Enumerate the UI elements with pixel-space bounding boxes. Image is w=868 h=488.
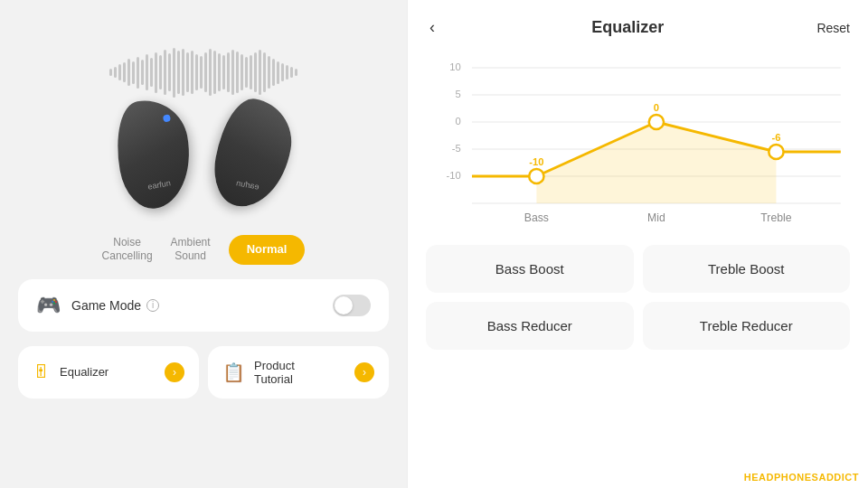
waveform-bar (259, 50, 261, 95)
waveform-bar (109, 69, 112, 76)
equalizer-arrow: › (165, 362, 184, 382)
svg-text:-10: -10 (447, 170, 461, 181)
svg-text:0: 0 (654, 102, 659, 113)
svg-text:Mid: Mid (647, 211, 665, 224)
game-mode-text: Game Mode (71, 298, 141, 313)
waveform-bar (114, 67, 117, 78)
waveform-bar (254, 52, 257, 92)
waveform-bar (290, 67, 293, 78)
watermark: HEADPHONESADDICT (744, 472, 859, 483)
bottom-cards-row: 🎚 Equalizer › 📋 Product Tutorial › (18, 346, 389, 399)
waveform-bar (168, 53, 171, 91)
waveform-bar (155, 52, 157, 93)
svg-marker-11 (536, 122, 776, 203)
tutorial-card-label: Product Tutorial (254, 359, 345, 386)
waveform-bar (177, 51, 180, 94)
svg-text:0: 0 (456, 116, 461, 127)
bass-handle (529, 169, 543, 183)
waveform-bar (127, 59, 130, 86)
waveform-bar (137, 57, 139, 89)
treble-handle (769, 145, 783, 159)
waveform-bar (245, 57, 248, 88)
reset-button[interactable]: Reset (816, 21, 850, 35)
waveform-bar (218, 53, 221, 91)
waveform-bar (213, 51, 216, 94)
treble-boost-button[interactable]: Treble Boost (643, 245, 851, 293)
game-mode-card: 🎮 Game Mode i (18, 279, 389, 332)
game-mode-toggle[interactable] (333, 295, 371, 316)
bass-boost-button[interactable]: Bass Boost (426, 245, 634, 293)
game-mode-icon: 🎮 (36, 294, 61, 317)
tutorial-card[interactable]: 📋 Product Tutorial › (208, 346, 389, 399)
waveform-bar (250, 55, 252, 89)
waveform-bar (182, 49, 184, 96)
waveform-bar (236, 52, 239, 93)
svg-text:5: 5 (456, 89, 461, 99)
equalizer-icon: 🎚 (33, 361, 51, 382)
waveform-bar (159, 55, 162, 89)
tutorial-icon: 📋 (222, 361, 245, 383)
svg-text:10: 10 (449, 61, 460, 72)
waveform-bar (241, 54, 243, 90)
eq-chart: 10 5 0 -5 -10 0 -10 -6 Bass Mid Treble (426, 50, 850, 230)
waveform-bar (295, 69, 297, 76)
waveform-bars (0, 48, 407, 98)
waveform-bar (231, 50, 234, 95)
waveform-bar (227, 52, 230, 92)
waveform-bar (209, 49, 212, 96)
svg-text:Bass: Bass (524, 211, 549, 224)
svg-text:-5: -5 (452, 143, 461, 154)
earbuds-container: earfun earfun (118, 99, 289, 208)
waveform-bar (118, 64, 121, 80)
right-panel: ‹ Equalizer Reset 10 5 0 -5 -10 (407, 0, 868, 488)
mode-controls: Noise Cancelling Ambient Sound Normal (102, 235, 306, 265)
equalizer-card-label: Equalizer (60, 365, 156, 379)
left-panel: earfun earfun Noise Cancelling Ambient S… (0, 0, 407, 488)
earbud-left-indicator (163, 114, 171, 122)
svg-text:Treble: Treble (760, 211, 791, 224)
waveform-bar (263, 52, 266, 92)
game-mode-label: Game Mode i (71, 298, 322, 313)
waveform-bar (123, 62, 126, 82)
waveform-bar (204, 52, 207, 92)
waveform-bar (272, 59, 275, 86)
svg-text:-6: -6 (771, 132, 780, 143)
waveform-bar (200, 56, 203, 89)
waveform-bar (146, 54, 148, 90)
equalizer-card[interactable]: 🎚 Equalizer › (18, 346, 199, 399)
noise-cancelling-button[interactable]: Noise Cancelling (102, 236, 153, 264)
bass-reducer-button[interactable]: Bass Reducer (426, 302, 634, 350)
earbud-left-label: earfun (147, 178, 172, 191)
toggle-knob (335, 296, 353, 314)
waveform-bar (164, 50, 166, 95)
waveform-bar (277, 61, 279, 84)
waveform-bar (186, 52, 189, 92)
svg-text:-10: -10 (529, 156, 543, 167)
waveform-bar (191, 51, 193, 94)
waveform-bar (150, 58, 153, 87)
mid-handle (649, 115, 664, 129)
eq-svg: 10 5 0 -5 -10 0 -10 -6 Bass Mid Treble (426, 50, 850, 230)
watermark-text1: HEADPHONES (744, 472, 819, 483)
watermark-text2: ADDICT (818, 472, 859, 483)
normal-button[interactable]: Normal (229, 235, 306, 265)
earbud-left: earfun (108, 94, 199, 213)
waveform-bar (141, 60, 144, 85)
waveform-bar (281, 63, 284, 81)
waveform-bar (222, 55, 225, 89)
eq-header: ‹ Equalizer Reset (426, 0, 850, 50)
waveform-bar (195, 54, 198, 90)
back-button[interactable]: ‹ (426, 14, 439, 41)
earbud-right-label: earfun (235, 178, 259, 191)
eq-title: Equalizer (591, 18, 664, 37)
treble-reducer-button[interactable]: Treble Reducer (643, 302, 851, 350)
waveform-bar (268, 56, 270, 89)
earbud-right: earfun (208, 94, 298, 213)
waveform-bar (286, 65, 288, 80)
ambient-sound-button[interactable]: Ambient Sound (171, 236, 211, 264)
waveform-bar (132, 61, 135, 84)
game-mode-info-icon[interactable]: i (146, 299, 159, 312)
tutorial-arrow: › (354, 362, 374, 382)
waveform-bar (173, 48, 175, 98)
preset-grid: Bass Boost Treble Boost Bass Reducer Tre… (426, 238, 850, 357)
